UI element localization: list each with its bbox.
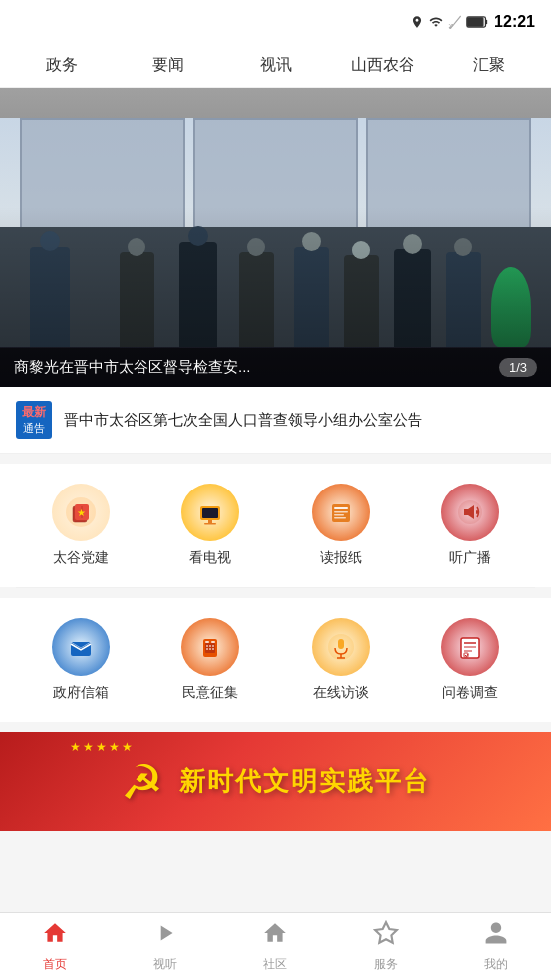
service-icon: [373, 920, 399, 952]
grid-label-opinion: 民意征集: [182, 684, 238, 702]
svg-rect-13: [334, 511, 348, 513]
grid-section-1: ★ 太谷党建 看电视: [0, 464, 551, 587]
bottom-nav-media[interactable]: 视听: [111, 920, 221, 973]
interview-icon: [312, 618, 370, 676]
media-label: 视听: [153, 956, 177, 973]
svg-rect-40: [156, 924, 158, 941]
svg-rect-1: [468, 18, 483, 26]
survey-icon: [441, 618, 499, 676]
nav-tab-politics[interactable]: 政务: [8, 55, 115, 76]
svg-rect-12: [334, 507, 348, 509]
svg-point-25: [209, 645, 211, 647]
notice-banner[interactable]: 最新 通告 晋中市太谷区第七次全国人口普查领导小组办公室公告: [0, 387, 551, 454]
svg-rect-22: [205, 641, 209, 643]
grid-label-tv: 看电视: [189, 549, 231, 567]
media-icon: [152, 920, 178, 952]
banner-title: 新时代文明实践平台: [179, 764, 430, 799]
hero-caption: 商黎光在晋中市太谷区督导检查安... 1/3: [0, 348, 551, 387]
nav-tab-video[interactable]: 视讯: [222, 55, 329, 76]
grid-label-paper: 读报纸: [320, 549, 362, 567]
svg-rect-10: [204, 523, 216, 525]
tv-icon: [181, 484, 239, 541]
hero-caption-text: 商黎光在晋中市太谷区督导检查安...: [14, 358, 489, 377]
notice-badge-top: 最新: [22, 405, 46, 421]
svg-rect-15: [334, 517, 346, 519]
svg-rect-31: [338, 639, 344, 649]
svg-point-24: [206, 645, 208, 647]
grid-row-1: ★ 太谷党建 看电视: [0, 480, 551, 579]
grid-item-opinion[interactable]: 民意征集: [170, 618, 250, 702]
svg-marker-41: [375, 922, 397, 943]
bottom-nav: 首页 视听 社区 服务 我的: [0, 912, 551, 980]
hero-section: 商黎光在晋中市太谷区督导检查安... 1/3: [0, 88, 551, 387]
grid-label-radio: 听广播: [449, 549, 491, 567]
grid-row-2: 政府信箱: [0, 614, 551, 714]
signal-icon: [448, 15, 462, 29]
grid-item-party[interactable]: ★ 太谷党建: [41, 484, 121, 567]
nav-tab-news[interactable]: 要闻: [115, 55, 221, 76]
hero-counter: 1/3: [499, 358, 537, 377]
nav-tab-agriculture[interactable]: 山西农谷: [329, 55, 435, 76]
svg-point-27: [206, 648, 208, 650]
party-icon: ★: [52, 484, 110, 541]
svg-rect-11: [332, 504, 350, 522]
svg-point-28: [209, 648, 211, 650]
red-banner[interactable]: ☭ 新时代文明实践平台: [0, 732, 551, 831]
grid-label-mailbox: 政府信箱: [53, 684, 109, 702]
grid-item-tv[interactable]: 看电视: [170, 484, 250, 567]
battery-icon: [466, 16, 488, 28]
divider-1: [16, 587, 535, 588]
mine-label: 我的: [484, 956, 508, 973]
status-icons: [411, 15, 488, 29]
location-icon: [411, 15, 424, 29]
service-label: 服务: [374, 956, 398, 973]
home-icon: [42, 920, 68, 952]
bottom-nav-mine[interactable]: 我的: [440, 920, 551, 973]
svg-point-29: [212, 648, 214, 650]
mine-icon: [483, 920, 509, 952]
svg-point-26: [212, 645, 214, 647]
svg-rect-23: [211, 641, 215, 643]
grid-label-party: 太谷党建: [53, 549, 109, 567]
status-time: 12:21: [494, 13, 535, 31]
grid-item-radio[interactable]: 听广播: [430, 484, 510, 567]
notice-badge-bottom: 通告: [23, 421, 45, 435]
grid-item-survey[interactable]: 问卷调查: [430, 618, 510, 702]
bottom-nav-community[interactable]: 社区: [220, 920, 331, 973]
status-bar: 12:21: [0, 0, 551, 44]
bottom-nav-home[interactable]: 首页: [0, 920, 111, 973]
hammer-sickle-icon: ☭: [121, 754, 163, 810]
grid-label-survey: 问卷调查: [442, 684, 498, 702]
grid-item-mailbox[interactable]: 政府信箱: [41, 618, 121, 702]
nav-tab-more[interactable]: 汇聚: [436, 55, 543, 76]
hero-image: [0, 88, 551, 387]
svg-rect-8: [202, 508, 218, 518]
mailbox-icon: [52, 618, 110, 676]
grid-item-interview[interactable]: 在线访谈: [301, 618, 381, 702]
svg-rect-9: [208, 520, 212, 523]
bottom-nav-service[interactable]: 服务: [331, 920, 441, 973]
radio-icon: [441, 484, 499, 541]
grid-section-2: 政府信箱: [0, 598, 551, 722]
paper-icon: [312, 484, 370, 541]
notice-text: 晋中市太谷区第七次全国人口普查领导小组办公室公告: [64, 409, 422, 432]
opinion-icon: [181, 618, 239, 676]
grid-item-paper[interactable]: 读报纸: [301, 484, 381, 567]
community-icon: [262, 920, 288, 952]
community-label: 社区: [263, 956, 287, 973]
grid-label-interview: 在线访谈: [313, 684, 369, 702]
red-banner-content: ☭ 新时代文明实践平台: [121, 754, 430, 810]
svg-text:★: ★: [77, 507, 86, 518]
nav-tabs: 政务 要闻 视讯 山西农谷 汇聚: [0, 44, 551, 88]
wifi-icon: [428, 15, 444, 29]
notice-badge: 最新 通告: [16, 401, 52, 439]
svg-rect-14: [334, 514, 344, 516]
home-label: 首页: [43, 956, 67, 973]
